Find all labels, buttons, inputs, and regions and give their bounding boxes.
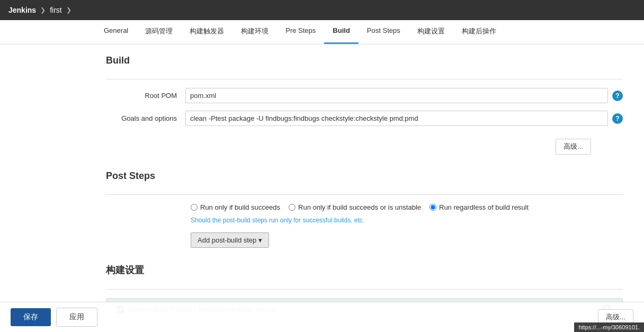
radio-only-success-label: Run only if build succeeds (200, 203, 280, 211)
radio-success-unstable-label: Run only if build succeeds or is unstabl… (298, 203, 421, 211)
build-section-divider (106, 79, 623, 79)
bottom-bar: 保存 应用 高级... (0, 302, 644, 332)
build-section: Build Root POM ? Goals and options ? 高级.… (106, 55, 623, 155)
goals-row: Goals and options ? (106, 111, 623, 126)
add-step-label: Add post-build step (198, 236, 256, 244)
radio-options-row: Run only if build succeeds Run only if b… (106, 203, 623, 211)
build-settings-title: 构建设置 (106, 264, 623, 281)
hint-link[interactable]: run only for successful builds (269, 217, 351, 224)
post-steps-title: Post Steps (106, 171, 623, 186)
radio-regardless-label: Run regardless of build result (439, 203, 529, 211)
root-pom-label: Root POM (106, 92, 185, 100)
tab-general[interactable]: General (95, 20, 137, 44)
add-post-build-step-button[interactable]: Add post-build step ▾ (191, 232, 269, 248)
tab-env[interactable]: 构建环境 (232, 20, 277, 44)
content-area: Build Root POM ? Goals and options ? 高级.… (0, 44, 644, 332)
post-steps-hint: Should the post-build steps run only for… (106, 217, 623, 224)
hint-before: Should the post-build steps (191, 217, 269, 224)
radio-success-or-unstable[interactable]: Run only if build succeeds or is unstabl… (289, 203, 421, 211)
tab-postbuild[interactable]: 构建后操作 (453, 20, 505, 44)
tab-build[interactable]: Build (324, 20, 359, 44)
post-steps-section: Post Steps Run only if build succeeds Ru… (106, 171, 623, 248)
goals-input[interactable] (185, 111, 608, 126)
root-pom-input[interactable] (185, 88, 608, 103)
radio-success-unstable-input[interactable] (289, 204, 296, 211)
goals-help-icon[interactable]: ? (612, 113, 623, 124)
jenkins-logo[interactable]: Jenkins (8, 6, 36, 14)
add-step-btn-container: Add post-build step ▾ (106, 232, 623, 248)
build-settings-divider (106, 289, 623, 290)
radio-regardless[interactable]: Run regardless of build result (430, 203, 529, 211)
tab-triggers[interactable]: 构建触发器 (181, 20, 232, 44)
build-advanced-row: 高级... (106, 133, 623, 155)
radio-regardless-input[interactable] (430, 204, 436, 211)
goals-label: Goals and options (106, 114, 185, 122)
url-hint: https://...-my/30609101. (574, 322, 644, 332)
apply-button[interactable]: 应用 (56, 308, 97, 327)
post-steps-divider (106, 194, 623, 195)
tab-source[interactable]: 源码管理 (137, 20, 181, 44)
tab-settings[interactable]: 构建设置 (409, 20, 453, 44)
radio-only-success-input[interactable] (191, 204, 198, 211)
build-advanced-button[interactable]: 高级... (556, 139, 591, 155)
tab-poststeps[interactable]: Post Steps (359, 20, 409, 44)
add-step-dropdown-icon: ▾ (258, 236, 262, 244)
radio-only-success[interactable]: Run only if build succeeds (191, 203, 280, 211)
save-button[interactable]: 保存 (11, 308, 51, 326)
breadcrumb-chevron-1: ❯ (40, 6, 46, 14)
breadcrumb-first[interactable]: first (50, 6, 62, 14)
breadcrumb-chevron-2: ❯ (66, 6, 71, 14)
root-pom-row: Root POM ? (106, 88, 623, 103)
root-pom-help-icon[interactable]: ? (612, 91, 623, 101)
tabs-bar: General 源码管理 构建触发器 构建环境 Pre Steps Build … (0, 20, 644, 44)
top-bar: Jenkins ❯ first ❯ (0, 0, 644, 20)
build-section-title: Build (106, 55, 623, 70)
hint-after: , etc. (351, 217, 364, 224)
tab-presteps[interactable]: Pre Steps (277, 20, 324, 44)
